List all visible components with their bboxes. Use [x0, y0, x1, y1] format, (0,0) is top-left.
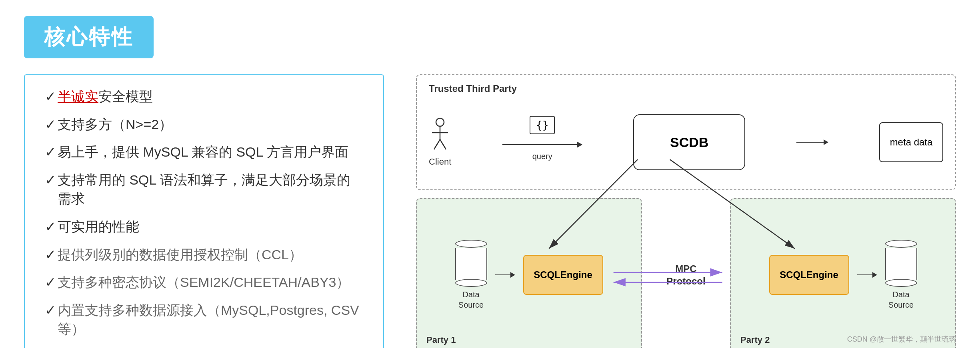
trusted-label: Trusted Third Party [429, 83, 943, 94]
checkmark-8: ✓ [45, 301, 56, 320]
right-panel: Trusted Third Party [416, 74, 956, 348]
mpc-center: MPCProtocol [650, 198, 722, 348]
feature-item-3: ✓ 易上手，提供 MySQL 兼容的 SQL 方言用户界面 [45, 143, 363, 162]
diagram-wrapper: Trusted Third Party [416, 74, 956, 348]
feature-text-8: 内置支持多种数据源接入（MySQL,Postgres, CSV 等） [58, 301, 363, 339]
cyl-top-2 [885, 240, 917, 248]
left-panel: ✓ 半诚实安全模型 ✓ 支持多方（N>=2） ✓ 易上手，提供 MySQL 兼容… [24, 74, 384, 348]
checkmark-6: ✓ [45, 245, 56, 264]
party1-datasource: DataSource [455, 240, 487, 310]
feature-text-6: 提供列级别的数据使用授权控制（CCL） [58, 245, 302, 264]
checkmark-7: ✓ [45, 273, 56, 292]
scdb-box: SCDB [633, 114, 745, 170]
p1-arrow-line [495, 274, 510, 275]
party1-box: DataSource SCQLEngine [416, 198, 642, 348]
client-label: Client [429, 157, 451, 167]
trusted-inner: Client {} query [429, 98, 943, 186]
feature-item-1: ✓ 半诚实安全模型 [45, 87, 363, 106]
feature-item-8: ✓ 内置支持多种数据源接入（MySQL,Postgres, CSV 等） [45, 301, 363, 339]
feature-text-2: 支持多方（N>=2） [58, 115, 172, 134]
highlight-red-1: 半诚实 [58, 89, 98, 104]
cyl-top-1 [455, 240, 487, 248]
feature-item-6: ✓ 提供列级别的数据使用授权控制（CCL） [45, 245, 363, 264]
svg-line-11 [440, 139, 446, 149]
meta-label: meta data [890, 137, 933, 148]
cyl-bottom-1 [455, 279, 487, 287]
mpc-label: MPCProtocol [666, 262, 705, 287]
feature-text-3: 易上手，提供 MySQL 兼容的 SQL 方言用户界面 [58, 143, 348, 162]
party2-inner: SCQLEngine [739, 207, 947, 343]
client-stick-figure-icon [430, 117, 450, 153]
party2-label: Party 2 [740, 335, 770, 345]
feature-item-7: ✓ 支持多种密态协议（SEMI2K/CHEETAH/ABY3） [45, 273, 363, 292]
party1-engine-box: SCQLEngine [523, 255, 603, 295]
checkmark-5: ✓ [45, 217, 56, 237]
party1-arrow [495, 272, 515, 278]
party2-datasource: DataSource [885, 240, 917, 310]
meta-data-box: meta data [879, 122, 943, 162]
scdb-meta-arrow-head-icon [824, 139, 828, 145]
footer: CSDN @散一世繁华，颠半世琉璃 [847, 334, 956, 344]
query-arrow-line [502, 144, 577, 145]
checkmark-1: ✓ [45, 87, 56, 106]
checkmark-3: ✓ [45, 143, 56, 162]
feature-text-5: 可实用的性能 [58, 217, 139, 237]
trusted-third-party-box: Trusted Third Party [416, 74, 956, 190]
query-label: query [532, 152, 552, 161]
cyl-mid-1 [455, 248, 487, 280]
title-box: 核心特性 [24, 16, 154, 58]
cyl-bottom-2 [885, 279, 917, 287]
lower-section: DataSource SCQLEngine [416, 198, 956, 348]
feature-item-5: ✓ 可实用的性能 [45, 217, 363, 237]
feature-text-1: 半诚实安全模型 [58, 87, 153, 106]
cyl-mid-2 [885, 248, 917, 280]
feature-item-4: ✓ 支持常用的 SQL 语法和算子，满足大部分场景的需求 [45, 171, 363, 209]
party2-box: SCQLEngine [730, 198, 956, 348]
p2-arrow-line [857, 274, 872, 275]
query-json-box: {} [530, 116, 555, 134]
p1-arrow-head-icon [510, 272, 515, 278]
party1-label: Party 1 [426, 335, 456, 345]
feature-text-4: 支持常用的 SQL 语法和算子，满足大部分场景的需求 [58, 171, 363, 209]
checkmark-4: ✓ [45, 171, 56, 190]
scdb-meta-arrow-line [796, 142, 824, 143]
party2-arrow [857, 272, 877, 278]
datasource-label-2: DataSource [888, 289, 914, 310]
checkmark-2: ✓ [45, 115, 56, 134]
main-content: ✓ 半诚实安全模型 ✓ 支持多方（N>=2） ✓ 易上手，提供 MySQL 兼容… [24, 74, 956, 348]
scdb-label: SCDB [670, 135, 708, 150]
page-container: 核心特性 ✓ 半诚实安全模型 ✓ 支持多方（N>=2） ✓ 易上手，提供 MyS… [0, 0, 980, 348]
client-figure: Client [429, 117, 451, 167]
datasource-label-1: DataSource [458, 289, 484, 310]
feature-text-7: 支持多种密态协议（SEMI2K/CHEETAH/ABY3） [58, 273, 350, 292]
svg-point-7 [436, 118, 444, 126]
query-arrow-head-icon [577, 141, 582, 148]
svg-line-10 [434, 139, 440, 149]
party2-engine-label: SCQLEngine [780, 269, 838, 280]
p2-arrow-head-icon [872, 272, 877, 278]
page-title: 核心特性 [44, 25, 134, 48]
party2-engine-box: SCQLEngine [769, 255, 849, 295]
party1-engine-label: SCQLEngine [534, 269, 592, 280]
feature-item-2: ✓ 支持多方（N>=2） [45, 115, 363, 134]
party1-inner: DataSource SCQLEngine [425, 207, 633, 343]
footer-text: CSDN @散一世繁华，颠半世琉璃 [847, 335, 956, 343]
